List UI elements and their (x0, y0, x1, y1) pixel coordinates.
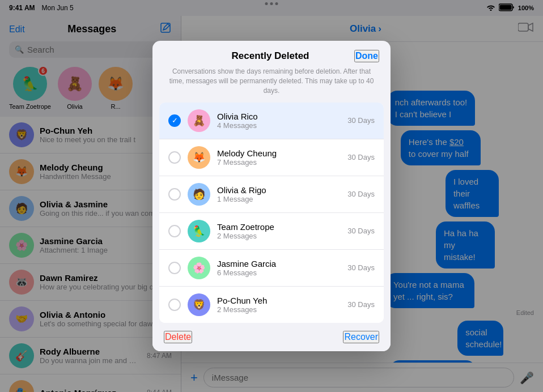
modal-days-melody-cheung: 30 Days (347, 153, 375, 161)
modal-avatar-olivia-rigo: 🧑 (188, 183, 210, 206)
modal-name-olivia-rigo: Olivia & Rigo (217, 185, 341, 195)
delete-button[interactable]: Delete (164, 331, 192, 343)
modal-name-po-chun-yeh: Po-Chun Yeh (217, 296, 341, 305)
modal-sub-po-chun-yeh: 2 Messages (217, 305, 341, 314)
modal-avatar-po-chun-yeh: 🦁 (188, 293, 210, 316)
modal-name-olivia-rico: Olivia Rico (217, 112, 341, 121)
radio-team-zoetrope[interactable] (168, 225, 181, 237)
modal-name-team-zoetrope: Team Zoetrope (217, 222, 341, 232)
modal-content-olivia-rico: Olivia Rico 4 Messages (217, 112, 341, 130)
modal-done-button[interactable]: Done (354, 50, 379, 62)
modal-sub-olivia-rigo: 1 Message (217, 195, 341, 203)
modal-name-jasmine-garcia: Jasmine Garcia (217, 259, 341, 269)
modal-sub-melody-cheung: 7 Messages (217, 158, 341, 167)
modal-avatar-melody-cheung: 🦊 (188, 146, 210, 169)
modal-item-po-chun-yeh[interactable]: 🦁 Po-Chun Yeh 2 Messages 30 Days (159, 287, 384, 323)
recover-button[interactable]: Recover (343, 331, 379, 343)
modal-subtitle: Conversations show the days remaining be… (152, 67, 391, 102)
modal-title: Recently Deleted (186, 50, 354, 62)
recently-deleted-modal: Recently Deleted Done Conversations show… (152, 41, 391, 351)
modal-footer: Delete Recover (152, 323, 391, 351)
modal-content-team-zoetrope: Team Zoetrope 2 Messages (217, 222, 341, 240)
modal-header: Recently Deleted Done (152, 41, 391, 67)
modal-sub-jasmine-garcia: 6 Messages (217, 269, 341, 277)
modal-list: ✓ 🧸 Olivia Rico 4 Messages 30 Days 🦊 Mel… (159, 103, 384, 323)
radio-melody-cheung[interactable] (168, 151, 181, 164)
modal-item-melody-cheung[interactable]: 🦊 Melody Cheung 7 Messages 30 Days (159, 139, 384, 176)
modal-sub-olivia-rico: 4 Messages (217, 121, 341, 130)
modal-avatar-team-zoetrope: 🦜 (188, 220, 210, 242)
modal-item-jasmine-garcia[interactable]: 🌸 Jasmine Garcia 6 Messages 30 Days (159, 250, 384, 287)
radio-jasmine-garcia[interactable] (168, 262, 181, 274)
modal-name-melody-cheung: Melody Cheung (217, 148, 341, 158)
modal-days-jasmine-garcia: 30 Days (347, 263, 375, 272)
radio-olivia-rigo[interactable] (168, 188, 181, 201)
modal-days-olivia-rigo: 30 Days (347, 190, 375, 198)
modal-overlay: Recently Deleted Done Conversations show… (0, 0, 543, 392)
modal-avatar-olivia-rico: 🧸 (188, 109, 210, 132)
modal-days-olivia-rico: 30 Days (347, 116, 375, 125)
radio-olivia-rico[interactable]: ✓ (168, 114, 181, 127)
modal-content-jasmine-garcia: Jasmine Garcia 6 Messages (217, 259, 341, 277)
modal-content-po-chun-yeh: Po-Chun Yeh 2 Messages (217, 296, 341, 314)
modal-avatar-jasmine-garcia: 🌸 (188, 257, 210, 279)
modal-item-olivia-rigo[interactable]: 🧑 Olivia & Rigo 1 Message 30 Days (159, 176, 384, 213)
radio-po-chun-yeh[interactable] (168, 299, 181, 311)
modal-content-olivia-rigo: Olivia & Rigo 1 Message (217, 185, 341, 203)
modal-item-olivia-rico[interactable]: ✓ 🧸 Olivia Rico 4 Messages 30 Days (159, 103, 384, 139)
modal-item-team-zoetrope[interactable]: 🦜 Team Zoetrope 2 Messages 30 Days (159, 213, 384, 250)
modal-content-melody-cheung: Melody Cheung 7 Messages (217, 148, 341, 167)
modal-days-team-zoetrope: 30 Days (347, 227, 375, 235)
modal-sub-team-zoetrope: 2 Messages (217, 232, 341, 240)
modal-days-po-chun-yeh: 30 Days (347, 300, 375, 309)
check-icon: ✓ (172, 116, 178, 125)
